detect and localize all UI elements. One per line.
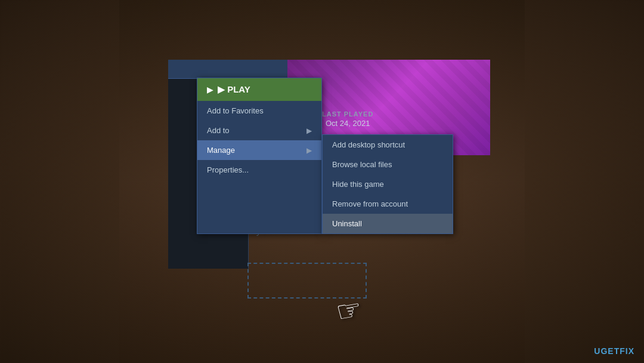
submenu-manage: Add desktop shortcut Browse local files … (322, 134, 453, 234)
play-button[interactable]: ▶ ▶ PLAY (197, 78, 321, 101)
uninstall-label: Uninstall (332, 219, 362, 228)
properties-label: Properties... (207, 165, 249, 174)
menu-item-manage[interactable]: Manage ▶ (197, 140, 321, 160)
submenu-item-add-desktop-shortcut[interactable]: Add desktop shortcut (323, 135, 453, 155)
submenu-item-hide-this-game[interactable]: Hide this game (323, 174, 453, 194)
menu-item-properties[interactable]: Properties... (197, 160, 321, 180)
submenu-item-uninstall[interactable]: Uninstall (323, 214, 453, 233)
browse-local-files-label: Browse local files (332, 160, 392, 169)
manage-label: Manage (207, 146, 235, 155)
submenu-item-browse-local-files[interactable]: Browse local files (323, 155, 453, 174)
add-desktop-shortcut-label: Add desktop shortcut (332, 140, 405, 149)
add-to-favorites-label: Add to Favorites (207, 106, 264, 115)
hide-this-game-label: Hide this game (332, 180, 384, 189)
submenu-item-remove-from-account[interactable]: Remove from account (323, 194, 453, 214)
play-label: ▶ PLAY (218, 84, 250, 95)
submenu-arrow-icon: ▶ (306, 146, 312, 155)
context-menu: ▶ ▶ PLAY Add to Favorites Add to ▶ Manag… (197, 78, 453, 234)
menu-item-add-to[interactable]: Add to ▶ (197, 121, 321, 140)
logo: UGETFIX (594, 346, 634, 356)
dashed-placeholder (247, 263, 367, 299)
tab-strip (168, 60, 287, 79)
menu-item-add-to-favorites[interactable]: Add to Favorites (197, 101, 321, 121)
play-arrow-icon: ▶ (207, 85, 213, 94)
remove-from-account-label: Remove from account (332, 199, 408, 208)
logo-text: UGETFIX (594, 346, 634, 356)
primary-context-menu: ▶ ▶ PLAY Add to Favorites Add to ▶ Manag… (197, 78, 322, 234)
submenu-arrow-icon: ▶ (306, 127, 312, 135)
add-to-label: Add to (207, 126, 230, 135)
